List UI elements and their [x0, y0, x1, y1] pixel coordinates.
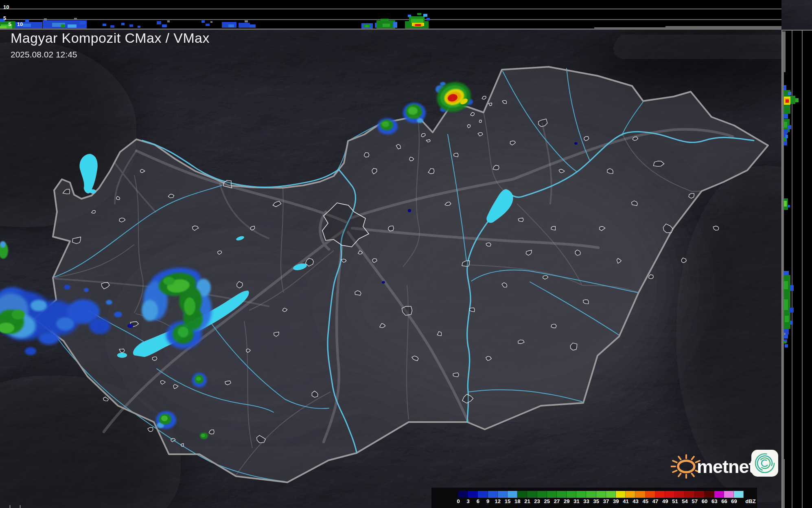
- legend-cell: [734, 491, 744, 498]
- town-outline: [479, 120, 482, 123]
- radar-echo: [114, 312, 122, 317]
- profile-echo: [162, 24, 167, 27]
- legend-tick-label: 21: [524, 498, 530, 504]
- radar-echo: [84, 288, 89, 292]
- radar-echo: [38, 332, 59, 345]
- legend-cell: [468, 491, 478, 498]
- profile-echo: [393, 22, 397, 28]
- profile-echo: [121, 23, 125, 25]
- legend-tick-label: 18: [514, 498, 520, 504]
- profile-echo: [201, 20, 205, 23]
- profile-echo: [788, 92, 791, 95]
- radar-echo: [574, 142, 578, 145]
- legend-tick-label: 57: [692, 498, 698, 504]
- town-outline: [152, 357, 157, 361]
- profile-echo: [783, 271, 789, 275]
- legend-cell: [586, 491, 596, 498]
- radar-echo: [56, 317, 74, 330]
- town-outline: [467, 125, 470, 128]
- profile-echo: [411, 19, 423, 23]
- profile-echo: [206, 24, 210, 26]
- radar-echo: [382, 121, 389, 127]
- radar-echo: [408, 209, 411, 212]
- radar-echo: [178, 327, 188, 337]
- legend-cell: [567, 491, 576, 498]
- profile-echo: [795, 98, 799, 102]
- profile-echo: [210, 21, 212, 23]
- profile-echo: [785, 344, 788, 347]
- legend-cell: [626, 491, 635, 498]
- profile-echo: [790, 308, 794, 312]
- legend-tick-label: 63: [711, 498, 717, 504]
- legend-tick-label: 12: [495, 498, 501, 504]
- radar-echo: [201, 434, 205, 437]
- right-axis-label-5km: 5: [8, 22, 11, 27]
- profile-echo: [228, 24, 234, 27]
- profile-echo: [110, 25, 114, 28]
- profile-echo: [25, 20, 29, 22]
- radar-echo: [106, 300, 112, 305]
- radar-echo: [382, 281, 385, 284]
- radar-echo: [408, 107, 418, 115]
- profile-echo: [239, 23, 250, 28]
- profile-echo: [415, 24, 421, 26]
- profile-echo: [103, 24, 106, 26]
- profile-echo: [23, 24, 31, 27]
- town-outline: [453, 373, 459, 377]
- town-outline: [518, 218, 523, 221]
- profile-echo: [784, 281, 788, 289]
- radar-echo: [184, 297, 195, 315]
- legend-tick-label: 41: [623, 498, 628, 504]
- radar-echo: [89, 318, 110, 334]
- profile-echo: [790, 96, 795, 104]
- profile-echo: [250, 24, 256, 28]
- metnet-logo-graphic: metnet: [671, 447, 785, 482]
- legend-tick-label: 60: [702, 498, 707, 504]
- legend-cell: [705, 491, 714, 498]
- top-profile-plot: [0, 0, 781, 30]
- legend-cell: [508, 491, 517, 498]
- logo-text: metnet: [697, 456, 755, 477]
- legend-tick-label: 39: [613, 498, 619, 504]
- town-outline: [486, 243, 491, 246]
- profile-echo: [129, 24, 133, 27]
- profile-echo: [167, 20, 170, 22]
- sun-icon: [671, 455, 700, 478]
- profile-echo: [790, 321, 793, 325]
- right-profile-panel: [781, 30, 812, 508]
- radar-echo: [196, 377, 201, 381]
- legend-tick-label: 66: [721, 498, 727, 504]
- legend-tick-label: 15: [505, 498, 510, 504]
- axis-tick-10km: [20, 505, 20, 508]
- legend-cell: [714, 491, 724, 498]
- legend-tick-label: 9: [486, 498, 489, 504]
- profile-echo: [790, 285, 794, 291]
- profile-echo: [381, 19, 389, 21]
- legend-cell: [488, 491, 498, 498]
- radar-composite-screen: 10 5 5 10 Magyar Kompozit CMax / VMax 20…: [0, 0, 812, 508]
- legend-cell: [635, 491, 645, 498]
- timestamp: 2025.08.02 12:45: [11, 50, 210, 59]
- metnet-app-icon: [751, 450, 778, 477]
- profile-echo: [786, 135, 788, 138]
- town-outline: [551, 324, 556, 328]
- profile-echo: [80, 21, 85, 24]
- legend-unit-label: dBZ: [745, 498, 755, 504]
- legend-cell: [547, 491, 557, 498]
- legend-tick-label: 0: [457, 498, 460, 504]
- town-outline: [454, 153, 458, 157]
- radar-echo: [12, 310, 25, 319]
- legend-tick-label: 47: [652, 498, 658, 504]
- legend-cell: [646, 491, 655, 498]
- legend-cell: [655, 491, 665, 498]
- legend-tick-label: 31: [573, 498, 579, 504]
- town-outline: [355, 290, 361, 295]
- legend-cell: [685, 491, 694, 498]
- profile-echo: [784, 334, 788, 339]
- legend-tick-label: 27: [554, 498, 560, 504]
- legend-cell: [596, 491, 606, 498]
- legend-tick-label: 69: [731, 498, 737, 504]
- profile-echo: [785, 316, 789, 322]
- top-axis-label-5km: 5: [3, 15, 6, 21]
- radar-echo: [25, 347, 36, 355]
